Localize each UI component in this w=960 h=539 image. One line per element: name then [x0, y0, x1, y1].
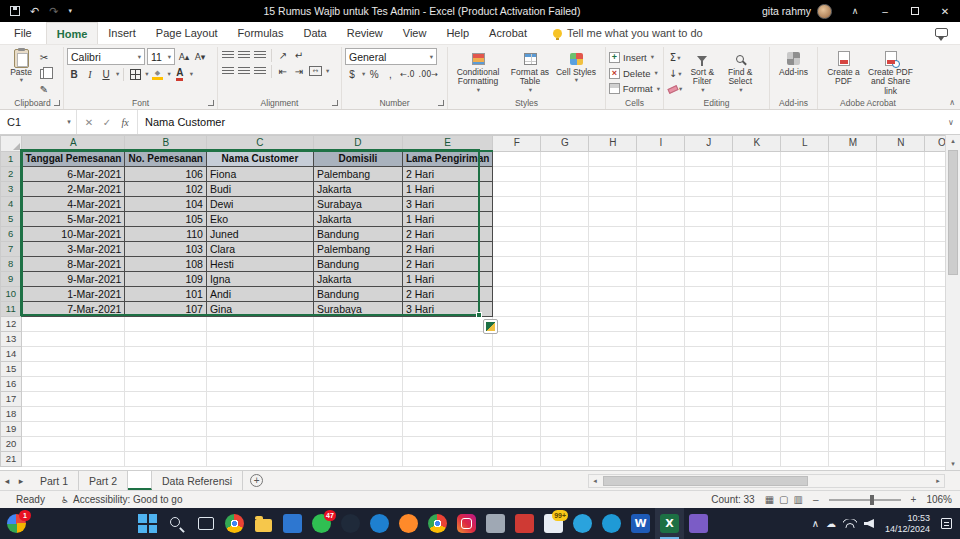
- column-header-G[interactable]: G: [541, 136, 589, 152]
- cell-G1[interactable]: [541, 151, 589, 167]
- cell-B15[interactable]: [125, 362, 206, 377]
- cell-G20[interactable]: [541, 437, 589, 452]
- cell-A21[interactable]: [22, 452, 125, 467]
- cell-L21[interactable]: [781, 452, 829, 467]
- addins-button[interactable]: Add-ins: [774, 48, 814, 96]
- column-header-J[interactable]: J: [685, 136, 733, 152]
- cell-A15[interactable]: [22, 362, 125, 377]
- cell-C21[interactable]: [206, 452, 313, 467]
- row-header-14[interactable]: 14: [1, 347, 22, 362]
- cell-M21[interactable]: [829, 452, 877, 467]
- customize-qat-icon[interactable]: ▾: [68, 7, 72, 15]
- file-explorer-icon[interactable]: [249, 508, 278, 539]
- ribbon-display-options-icon[interactable]: ∧: [840, 0, 870, 22]
- cell-E14[interactable]: [402, 347, 492, 362]
- cell-B2[interactable]: 106: [125, 167, 206, 182]
- cell-E4[interactable]: 3 Hari: [402, 197, 492, 212]
- cell-N1[interactable]: [877, 151, 925, 167]
- cell-F7[interactable]: [493, 242, 541, 257]
- cell-H9[interactable]: [589, 272, 637, 287]
- cell-H19[interactable]: [589, 422, 637, 437]
- cell-B21[interactable]: [125, 452, 206, 467]
- cell-F16[interactable]: [493, 377, 541, 392]
- cell-G8[interactable]: [541, 257, 589, 272]
- cell-J9[interactable]: [685, 272, 733, 287]
- collapse-ribbon-icon[interactable]: ∧: [949, 98, 955, 107]
- format-cells-button[interactable]: Format▾: [609, 81, 660, 96]
- fill-handle[interactable]: [476, 312, 482, 318]
- row-header-8[interactable]: 8: [1, 257, 22, 272]
- cell-M1[interactable]: [829, 151, 877, 167]
- cell-H7[interactable]: [589, 242, 637, 257]
- cell-F11[interactable]: [493, 302, 541, 317]
- cell-E15[interactable]: [402, 362, 492, 377]
- cell-N6[interactable]: [877, 227, 925, 242]
- cell-C1[interactable]: Nama Customer: [206, 151, 313, 167]
- increase-decimal-icon[interactable]: ←.0: [399, 67, 415, 81]
- cell-D14[interactable]: [313, 347, 402, 362]
- align-middle-icon[interactable]: [237, 48, 251, 62]
- cell-B3[interactable]: 102: [125, 182, 206, 197]
- cell-C18[interactable]: [206, 407, 313, 422]
- cell-F17[interactable]: [493, 392, 541, 407]
- quick-analysis-button[interactable]: [483, 319, 498, 334]
- cell-B20[interactable]: [125, 437, 206, 452]
- cell-I8[interactable]: [637, 257, 685, 272]
- cell-K4[interactable]: [733, 197, 781, 212]
- cell-I11[interactable]: [637, 302, 685, 317]
- cell-E2[interactable]: 2 Hari: [402, 167, 492, 182]
- cell-D4[interactable]: Surabaya: [313, 197, 402, 212]
- cell-M16[interactable]: [829, 377, 877, 392]
- row-header-18[interactable]: 18: [1, 407, 22, 422]
- cell-J1[interactable]: [685, 151, 733, 167]
- tab-file[interactable]: File: [0, 22, 46, 44]
- cell-M12[interactable]: [829, 317, 877, 332]
- telegram-icon[interactable]: [568, 508, 597, 539]
- merge-center-icon[interactable]: ↔: [308, 64, 323, 78]
- cell-M7[interactable]: [829, 242, 877, 257]
- cell-C14[interactable]: [206, 347, 313, 362]
- enter-icon[interactable]: ✓: [99, 117, 115, 128]
- cell-F2[interactable]: [493, 167, 541, 182]
- tell-me-box[interactable]: Tell me what you want to do: [553, 27, 703, 39]
- tab-page-layout[interactable]: Page Layout: [146, 22, 228, 44]
- cell-M15[interactable]: [829, 362, 877, 377]
- instagram-icon[interactable]: [452, 508, 481, 539]
- column-header-H[interactable]: H: [589, 136, 637, 152]
- cell-K13[interactable]: [733, 332, 781, 347]
- cell-G9[interactable]: [541, 272, 589, 287]
- cell-M3[interactable]: [829, 182, 877, 197]
- cell-B10[interactable]: 101: [125, 287, 206, 302]
- cell-I4[interactable]: [637, 197, 685, 212]
- column-header-I[interactable]: I: [637, 136, 685, 152]
- cell-F14[interactable]: [493, 347, 541, 362]
- cell-K5[interactable]: [733, 212, 781, 227]
- cell-M17[interactable]: [829, 392, 877, 407]
- cell-K19[interactable]: [733, 422, 781, 437]
- cell-I20[interactable]: [637, 437, 685, 452]
- cell-A2[interactable]: 6-Mar-2021: [22, 167, 125, 182]
- cell-N3[interactable]: [877, 182, 925, 197]
- cell-G3[interactable]: [541, 182, 589, 197]
- decrease-indent-icon[interactable]: ⇤: [276, 64, 290, 78]
- cell-F1[interactable]: [493, 151, 541, 167]
- horizontal-scrollbar[interactable]: ◂ ▸: [588, 474, 945, 488]
- cell-D18[interactable]: [313, 407, 402, 422]
- cell-L15[interactable]: [781, 362, 829, 377]
- insert-cells-button[interactable]: Insert▾: [609, 50, 660, 65]
- cell-I16[interactable]: [637, 377, 685, 392]
- cell-M19[interactable]: [829, 422, 877, 437]
- cell-K15[interactable]: [733, 362, 781, 377]
- align-top-icon[interactable]: [221, 48, 235, 62]
- cell-D3[interactable]: Jakarta: [313, 182, 402, 197]
- cut-icon[interactable]: ✂: [37, 51, 51, 65]
- cell-E9[interactable]: 1 Hari: [402, 272, 492, 287]
- cell-M10[interactable]: [829, 287, 877, 302]
- onedrive-icon[interactable]: ☁: [826, 518, 836, 529]
- cell-J14[interactable]: [685, 347, 733, 362]
- page-layout-view-icon[interactable]: ▢: [779, 494, 788, 505]
- percent-style-icon[interactable]: %: [367, 67, 381, 81]
- cell-K6[interactable]: [733, 227, 781, 242]
- cell-G17[interactable]: [541, 392, 589, 407]
- page-break-view-icon[interactable]: ▥: [794, 494, 803, 505]
